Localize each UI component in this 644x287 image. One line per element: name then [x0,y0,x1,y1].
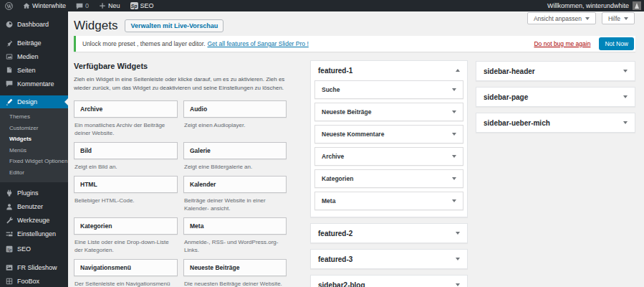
widget-card-archive: Archive Ein monatliches Archiv der Beitr… [74,100,178,138]
widget-card-desc: Ein monatliches Archiv der Beiträge dein… [74,118,178,138]
widget-card-title[interactable]: Kalender [183,176,287,193]
sidebar-panel-header[interactable]: sidebar-ueber-mich [476,113,635,132]
home-icon [23,2,30,9]
sidebar-item-kommentare[interactable]: Kommentare [0,77,68,90]
sidebar-column-right: sidebar-header sidebar-page sidebar-uebe… [476,61,635,138]
posts-icon [6,39,13,47]
sidebar-widget-suche[interactable]: Suche [314,80,463,99]
new-content-button[interactable]: Neu [94,0,125,11]
available-widgets-section: Verfügbare Widgets Zieh ein Widget in ei… [74,62,287,287]
notice-banner: Unlock more preset , themes and layer ed… [74,36,635,52]
sidebar-panel-header[interactable]: featured-2 [311,224,467,243]
chevron-down-icon [452,177,456,180]
sidebar-widget-meta[interactable]: Meta [314,192,463,210]
sidebar-item-seiten[interactable]: Seiten [0,63,68,77]
submenu-item-themes[interactable]: Themes [0,111,68,123]
widget-card-html: HTML Beliebiger HTML-Code. [74,176,178,214]
submenu-item-editor[interactable]: Editor [0,167,68,179]
sidebar-panel-header[interactable]: featured-1 [311,61,467,80]
widget-card-desc: Eine Liste oder eine Drop-down-Liste der… [74,235,178,255]
sidebar-widget-archive[interactable]: Archive [314,147,463,166]
sidebar-widget-neueste-kommentare[interactable]: Neueste Kommentare [314,125,463,144]
widget-card-title[interactable]: Neueste Beiträge [183,259,287,276]
chevron-down-icon [452,110,456,113]
site-name-label: Winterwhite [32,2,66,9]
chevron-down-icon [452,155,456,158]
widget-card-title[interactable]: Kategorien [74,217,178,235]
widget-card-title[interactable]: Audio [183,100,287,118]
site-link[interactable]: Winterwhite [18,0,71,11]
sidebar-item-medien[interactable]: Medien [0,50,68,63]
design-icon [6,98,13,105]
comment-icon [76,3,83,9]
sidebar-item-foobox[interactable]: FooBox [0,274,68,287]
sidebar-item-fr-slideshow[interactable]: FR Slideshow [0,260,68,274]
widget-card-galerie: Galerie Zeigt eine Bildergalerie an. [183,142,287,172]
chevron-down-icon [624,17,628,20]
plus-icon [99,2,106,9]
svg-text:Sp: Sp [7,246,11,251]
user-greeting[interactable]: Willkommen, winterundwhite [547,2,629,9]
chevron-down-icon [452,88,456,91]
notice-text: Unlock more preset , themes and layer ed… [82,40,206,47]
sidebar-item-beitraege[interactable]: Beiträge [0,36,68,50]
dismiss-link[interactable]: Do not bug me again [534,40,590,47]
design-submenu: Themes Customizer Widgets Menüs Fixed Wi… [0,108,68,182]
sidebar-panel-header[interactable]: sidebar-header [476,62,635,80]
chevron-up-icon [456,69,460,72]
widget-card-bild: Bild Zeigt ein Bild an. [74,142,178,172]
sidebar-widget-kategorien[interactable]: Kategorien [314,169,463,188]
help-button[interactable]: Hilfe [602,12,635,24]
media-icon [6,53,13,60]
widget-card-title[interactable]: Archive [74,100,178,118]
submenu-item-fixed-widget-optionen[interactable]: Fixed Widget Optionen [0,156,68,167]
screen-options-button[interactable]: Ansicht anpassen [527,12,596,24]
notice-link[interactable]: Get all features of Sangar Slider Pro ! [208,40,309,47]
wordpress-logo-icon[interactable] [0,0,18,11]
slideshow-icon [6,264,13,271]
submenu-item-customizer[interactable]: Customizer [0,123,68,134]
not-now-button[interactable]: Not Now [599,37,634,50]
sidebar-item-dashboard[interactable]: Dashboard [0,17,68,31]
widget-card-kategorien: Kategorien Eine Liste oder eine Drop-dow… [74,217,178,255]
chevron-down-icon [456,232,460,235]
sidebar-item-design[interactable]: Design [0,95,68,108]
foobox-icon [6,278,13,285]
manage-live-preview-button[interactable]: Verwalten mit Live-Vorschau [125,19,224,32]
plugins-icon [6,189,13,197]
widget-card-title[interactable]: Bild [74,142,178,159]
sidebar-panel-header[interactable]: featured-3 [311,250,467,268]
widget-card-desc: Der Seitenleiste ein Navigationsmenü hin… [74,276,178,287]
sidebar-panel-featured-2: featured-2 [310,223,468,243]
widget-card-title[interactable]: Navigationsmenü [74,259,178,276]
sidebar-panel-featured-1: featured-1 Suche Neueste Beiträge Neuest… [310,60,468,217]
widget-card-title[interactable]: Galerie [183,142,287,159]
sidebar-panel-header[interactable]: sidebar2-blog [311,276,467,287]
sidebar-item-seo[interactable]: Sp SEO [0,242,68,255]
chevron-down-icon [585,17,590,20]
sidebar-item-plugins[interactable]: Plugins [0,186,68,199]
admin-bar: Winterwhite 0 Neu Sp SEO Willkommen, win… [0,0,644,11]
sidebar-item-einstellungen[interactable]: Einstellungen [0,227,68,240]
tools-icon [6,217,13,224]
avatar[interactable] [633,1,641,10]
comments-bubble[interactable]: 0 [71,0,94,11]
seo-label: SEO [140,2,154,9]
widget-card-title[interactable]: Meta [183,217,287,235]
chevron-down-icon [623,95,628,98]
widget-card-title[interactable]: HTML [74,176,178,193]
submenu-item-menues[interactable]: Menüs [0,145,68,156]
widget-card-desc: Beiträge deiner Website in einer Kalende… [183,193,287,214]
widget-card-desc: Zeigt ein Bild an. [74,159,178,172]
submenu-item-widgets[interactable]: Widgets [0,133,68,145]
sidebar-panel-sidebar-page: sidebar-page [476,87,635,107]
comment-count: 0 [85,2,89,9]
sidebar-widget-neueste-beitraege[interactable]: Neueste Beiträge [314,103,463,121]
sidebar-item-werkzeuge[interactable]: Werkzeuge [0,213,68,227]
sidebar-item-benutzer[interactable]: Benutzer [0,199,68,213]
new-label: Neu [108,2,120,9]
seo-adminbar-item[interactable]: Sp SEO [125,0,159,11]
main-content: Ansicht anpassen Hilfe Widgets Verwalten… [68,11,644,287]
sidebar-panel-header[interactable]: sidebar-page [476,88,635,106]
pages-icon [6,67,13,74]
